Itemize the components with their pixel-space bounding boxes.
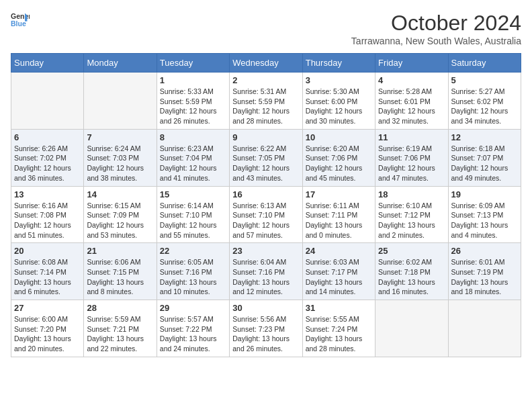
day-number: 28 bbox=[87, 303, 153, 313]
day-info: Sunrise: 5:55 AMSunset: 7:24 PMDaylight:… bbox=[306, 314, 372, 354]
day-info: Sunrise: 6:05 AMSunset: 7:16 PMDaylight:… bbox=[160, 257, 226, 297]
day-info: Sunrise: 6:10 AMSunset: 7:12 PMDaylight:… bbox=[378, 201, 445, 240]
month-title: October 2024 bbox=[351, 11, 521, 36]
day-number: 22 bbox=[160, 246, 226, 256]
day-number: 9 bbox=[232, 132, 299, 142]
calendar-cell: 30Sunrise: 5:56 AMSunset: 7:23 PMDayligh… bbox=[230, 300, 302, 357]
day-info: Sunrise: 5:30 AMSunset: 6:00 PMDaylight:… bbox=[306, 87, 372, 126]
calendar-week-row: 6Sunrise: 6:26 AMSunset: 7:02 PMDaylight… bbox=[11, 129, 521, 186]
calendar-cell bbox=[84, 73, 157, 130]
calendar-table: SundayMondayTuesdayWednesdayThursdayFrid… bbox=[11, 53, 521, 357]
day-number: 11 bbox=[378, 132, 445, 142]
title-block: October 2024 Tarrawanna, New South Wales… bbox=[351, 11, 521, 46]
day-info: Sunrise: 6:15 AMSunset: 7:09 PMDaylight:… bbox=[87, 201, 153, 240]
calendar-cell: 5Sunrise: 5:27 AMSunset: 6:02 PMDaylight… bbox=[448, 73, 521, 130]
day-number: 17 bbox=[306, 189, 372, 199]
calendar-cell: 20Sunrise: 6:08 AMSunset: 7:14 PMDayligh… bbox=[11, 243, 84, 300]
weekday-header-wednesday: Wednesday bbox=[230, 54, 302, 73]
logo: General Blue bbox=[11, 11, 30, 30]
calendar-cell: 15Sunrise: 6:14 AMSunset: 7:10 PMDayligh… bbox=[157, 186, 229, 243]
weekday-header-saturday: Saturday bbox=[448, 54, 521, 73]
logo-icon: General Blue bbox=[11, 11, 30, 30]
calendar-week-row: 13Sunrise: 6:16 AMSunset: 7:08 PMDayligh… bbox=[11, 186, 521, 243]
day-number: 6 bbox=[14, 132, 81, 142]
calendar-cell: 27Sunrise: 6:00 AMSunset: 7:20 PMDayligh… bbox=[11, 300, 84, 357]
day-number: 8 bbox=[160, 132, 226, 142]
day-info: Sunrise: 6:08 AMSunset: 7:14 PMDaylight:… bbox=[14, 257, 81, 297]
day-number: 5 bbox=[451, 75, 518, 85]
calendar-cell: 1Sunrise: 5:33 AMSunset: 5:59 PMDaylight… bbox=[157, 73, 229, 130]
calendar-cell: 29Sunrise: 5:57 AMSunset: 7:22 PMDayligh… bbox=[157, 300, 229, 357]
weekday-header-sunday: Sunday bbox=[11, 54, 84, 73]
calendar-cell: 26Sunrise: 6:01 AMSunset: 7:19 PMDayligh… bbox=[448, 243, 521, 300]
day-info: Sunrise: 6:01 AMSunset: 7:19 PMDaylight:… bbox=[451, 257, 518, 297]
day-number: 23 bbox=[232, 246, 299, 256]
calendar-cell: 9Sunrise: 6:22 AMSunset: 7:05 PMDaylight… bbox=[230, 129, 302, 186]
day-info: Sunrise: 6:02 AMSunset: 7:18 PMDaylight:… bbox=[378, 257, 445, 297]
calendar-cell bbox=[448, 300, 521, 357]
day-number: 7 bbox=[87, 132, 153, 142]
calendar-cell: 3Sunrise: 5:30 AMSunset: 6:00 PMDaylight… bbox=[302, 73, 375, 130]
calendar-cell: 31Sunrise: 5:55 AMSunset: 7:24 PMDayligh… bbox=[302, 300, 375, 357]
day-number: 4 bbox=[378, 75, 445, 85]
calendar-week-row: 20Sunrise: 6:08 AMSunset: 7:14 PMDayligh… bbox=[11, 243, 521, 300]
day-number: 12 bbox=[451, 132, 518, 142]
day-info: Sunrise: 6:16 AMSunset: 7:08 PMDaylight:… bbox=[14, 201, 81, 240]
day-number: 20 bbox=[14, 246, 81, 256]
calendar-cell: 23Sunrise: 6:04 AMSunset: 7:16 PMDayligh… bbox=[230, 243, 302, 300]
day-number: 19 bbox=[451, 189, 518, 199]
day-info: Sunrise: 6:03 AMSunset: 7:17 PMDaylight:… bbox=[306, 257, 372, 297]
day-number: 15 bbox=[160, 189, 226, 199]
day-number: 14 bbox=[87, 189, 153, 199]
day-number: 29 bbox=[160, 303, 226, 313]
calendar-cell: 22Sunrise: 6:05 AMSunset: 7:16 PMDayligh… bbox=[157, 243, 229, 300]
calendar-cell: 21Sunrise: 6:06 AMSunset: 7:15 PMDayligh… bbox=[84, 243, 157, 300]
day-number: 18 bbox=[378, 189, 445, 199]
calendar-week-row: 1Sunrise: 5:33 AMSunset: 5:59 PMDaylight… bbox=[11, 73, 521, 130]
day-info: Sunrise: 6:19 AMSunset: 7:06 PMDaylight:… bbox=[378, 144, 445, 183]
calendar-cell: 28Sunrise: 5:59 AMSunset: 7:21 PMDayligh… bbox=[84, 300, 157, 357]
page-header: General Blue October 2024 Tarrawanna, Ne… bbox=[11, 11, 521, 46]
day-info: Sunrise: 5:56 AMSunset: 7:23 PMDaylight:… bbox=[232, 314, 299, 354]
calendar-cell: 18Sunrise: 6:10 AMSunset: 7:12 PMDayligh… bbox=[375, 186, 448, 243]
day-number: 25 bbox=[378, 246, 445, 256]
day-number: 26 bbox=[451, 246, 518, 256]
day-info: Sunrise: 6:06 AMSunset: 7:15 PMDaylight:… bbox=[87, 257, 153, 297]
calendar-cell: 2Sunrise: 5:31 AMSunset: 5:59 PMDaylight… bbox=[230, 73, 302, 130]
day-info: Sunrise: 6:04 AMSunset: 7:16 PMDaylight:… bbox=[232, 257, 299, 297]
calendar-cell: 25Sunrise: 6:02 AMSunset: 7:18 PMDayligh… bbox=[375, 243, 448, 300]
calendar-cell: 11Sunrise: 6:19 AMSunset: 7:06 PMDayligh… bbox=[375, 129, 448, 186]
day-info: Sunrise: 6:18 AMSunset: 7:07 PMDaylight:… bbox=[451, 144, 518, 183]
weekday-header-tuesday: Tuesday bbox=[157, 54, 229, 73]
calendar-cell bbox=[11, 73, 84, 130]
day-number: 30 bbox=[232, 303, 299, 313]
day-info: Sunrise: 6:26 AMSunset: 7:02 PMDaylight:… bbox=[14, 144, 81, 183]
day-info: Sunrise: 6:13 AMSunset: 7:10 PMDaylight:… bbox=[232, 201, 299, 240]
day-number: 21 bbox=[87, 246, 153, 256]
calendar-cell bbox=[375, 300, 448, 357]
calendar-cell: 4Sunrise: 5:28 AMSunset: 6:01 PMDaylight… bbox=[375, 73, 448, 130]
day-info: Sunrise: 5:31 AMSunset: 5:59 PMDaylight:… bbox=[232, 87, 299, 126]
day-number: 2 bbox=[232, 75, 299, 85]
day-info: Sunrise: 6:23 AMSunset: 7:04 PMDaylight:… bbox=[160, 144, 226, 183]
day-number: 24 bbox=[306, 246, 372, 256]
calendar-cell: 17Sunrise: 6:11 AMSunset: 7:11 PMDayligh… bbox=[302, 186, 375, 243]
day-number: 13 bbox=[14, 189, 81, 199]
day-number: 27 bbox=[14, 303, 81, 313]
calendar-cell: 8Sunrise: 6:23 AMSunset: 7:04 PMDaylight… bbox=[157, 129, 229, 186]
calendar-cell: 14Sunrise: 6:15 AMSunset: 7:09 PMDayligh… bbox=[84, 186, 157, 243]
day-number: 31 bbox=[306, 303, 372, 313]
svg-text:Blue: Blue bbox=[11, 19, 26, 28]
day-info: Sunrise: 5:28 AMSunset: 6:01 PMDaylight:… bbox=[378, 87, 445, 126]
day-info: Sunrise: 5:59 AMSunset: 7:21 PMDaylight:… bbox=[87, 314, 153, 354]
day-number: 1 bbox=[160, 75, 226, 85]
calendar-cell: 13Sunrise: 6:16 AMSunset: 7:08 PMDayligh… bbox=[11, 186, 84, 243]
weekday-header-friday: Friday bbox=[375, 54, 448, 73]
day-number: 10 bbox=[306, 132, 372, 142]
calendar-cell: 24Sunrise: 6:03 AMSunset: 7:17 PMDayligh… bbox=[302, 243, 375, 300]
calendar-cell: 19Sunrise: 6:09 AMSunset: 7:13 PMDayligh… bbox=[448, 186, 521, 243]
weekday-header-row: SundayMondayTuesdayWednesdayThursdayFrid… bbox=[11, 54, 521, 73]
day-info: Sunrise: 6:20 AMSunset: 7:06 PMDaylight:… bbox=[306, 144, 372, 183]
calendar-cell: 6Sunrise: 6:26 AMSunset: 7:02 PMDaylight… bbox=[11, 129, 84, 186]
day-info: Sunrise: 6:22 AMSunset: 7:05 PMDaylight:… bbox=[232, 144, 299, 183]
